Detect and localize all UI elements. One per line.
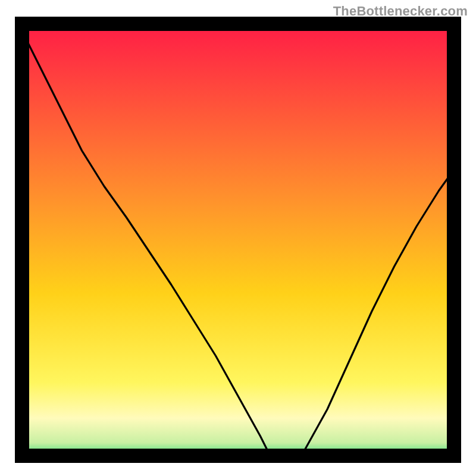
bottleneck-chart <box>15 17 461 463</box>
watermark-text: TheBottleneсker.com <box>333 4 468 19</box>
